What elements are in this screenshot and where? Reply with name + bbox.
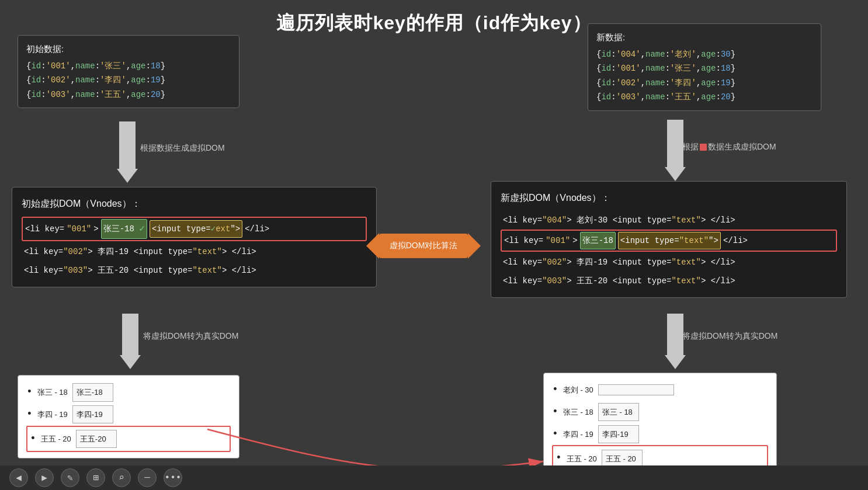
- realdom-new-row-1: • 老刘 - 30: [552, 379, 768, 401]
- init-data-line-2: {id:'002',name:'李四',age:19}: [26, 73, 231, 88]
- new-realdom-box: • 老刘 - 30 • 张三 - 18 张三 - 18 • 李四 - 19 李四…: [543, 373, 777, 478]
- realdom-new-row-3: • 李四 - 19 李四-19: [552, 423, 768, 446]
- new-data-line-2: {id:'001',name:'张三',age:18}: [596, 61, 813, 76]
- init-data-line-3: {id:'003',name:'王五',age:20}: [26, 88, 231, 102]
- arrow-init-down: [117, 121, 138, 183]
- toolbar-btn-back[interactable]: ◀: [9, 468, 28, 487]
- toolbar: ◀ ▶ ✎ ⊞ ⌕ — •••: [0, 465, 868, 490]
- new-data-line-1: {id:'004',name:'老刘',age:30}: [596, 47, 813, 62]
- new-data-line-3: {id:'002',name:'李四',age:19}: [596, 76, 813, 91]
- arrow-convert-right-label: 将虚拟DOM转为真实DOM: [682, 331, 777, 342]
- vdom-new-row-002: <li key="002"> 李四-19 <input type="text">…: [501, 253, 837, 272]
- arrow-convert-left-label: 将虚拟DOM转为真实DOM: [143, 331, 238, 342]
- arrow-init-label: 根据数据生成虚拟DOM: [140, 143, 225, 154]
- realdom-new-row-2: • 张三 - 18 张三 - 18: [552, 401, 768, 423]
- toolbar-btn-edit[interactable]: ✎: [61, 468, 79, 487]
- realdom-init-row-3: • 王五 - 20 王五-20: [26, 426, 231, 453]
- new-data-label: 新数据:: [596, 30, 813, 45]
- arrow-init-vdom-down: [120, 314, 141, 369]
- toolbar-btn-grid[interactable]: ⊞: [86, 468, 105, 487]
- vdom-new-row-004: <li key="004"> 老刘-30 <input type="text">…: [501, 211, 837, 230]
- vdom-new-row-003: <li key="003"> 王五-20 <input type="text">…: [501, 272, 837, 290]
- init-vdom-box: 初始虚拟DOM（Vnodes）： <li key="001"> 张三-18 ✓ …: [12, 187, 377, 287]
- init-data-label: 初始数据:: [26, 41, 231, 57]
- toolbar-btn-forward[interactable]: ▶: [35, 468, 54, 487]
- init-data-line-1: {id:'001',name:'张三',age:18}: [26, 59, 231, 74]
- vdom-init-row-003: <li key="003"> 王五-20 <input type="text">…: [22, 261, 367, 280]
- realdom-laoliu-input[interactable]: [598, 384, 674, 395]
- new-vdom-box: 新虚拟DOM（Vnodes）： <li key="004"> 老刘-30 <in…: [491, 181, 847, 298]
- compare-label: 虚拟DOM对比算法: [379, 234, 468, 258]
- arrow-new-label: 根据数据生成虚拟DOM: [682, 142, 776, 152]
- new-data-line-4: {id:'003',name:'王五',age:20}: [596, 90, 813, 105]
- init-data-box: 初始数据: {id:'001',name:'张三',age:18} {id:'0…: [18, 35, 239, 108]
- vdom-init-row-002: <li key="002"> 李四-19 <input type="text">…: [22, 242, 367, 261]
- compare-arrow: 虚拟DOM对比算法: [362, 234, 485, 258]
- realdom-init-row-1: • 张三 - 18 张三-18: [26, 381, 231, 404]
- vdom-new-row-001: <li key="001"> 张三-18 <input type="text""…: [501, 230, 837, 252]
- new-data-box: 新数据: {id:'004',name:'老刘',age:30} {id:'00…: [588, 23, 821, 111]
- new-vdom-title: 新虚拟DOM（Vnodes）：: [501, 189, 837, 207]
- toolbar-btn-search[interactable]: ⌕: [112, 468, 131, 487]
- init-realdom-box: • 张三 - 18 张三-18 • 李四 - 19 李四-19 • 王五 - 2…: [18, 375, 239, 458]
- realdom-init-row-2: • 李四 - 19 李四-19: [26, 404, 231, 426]
- toolbar-btn-minus[interactable]: —: [138, 468, 157, 487]
- init-vdom-title: 初始虚拟DOM（Vnodes）：: [22, 194, 367, 213]
- vdom-init-row-001: <li key="001"> 张三-18 ✓ <input type=✓ext"…: [22, 217, 367, 241]
- toolbar-btn-more[interactable]: •••: [164, 468, 182, 487]
